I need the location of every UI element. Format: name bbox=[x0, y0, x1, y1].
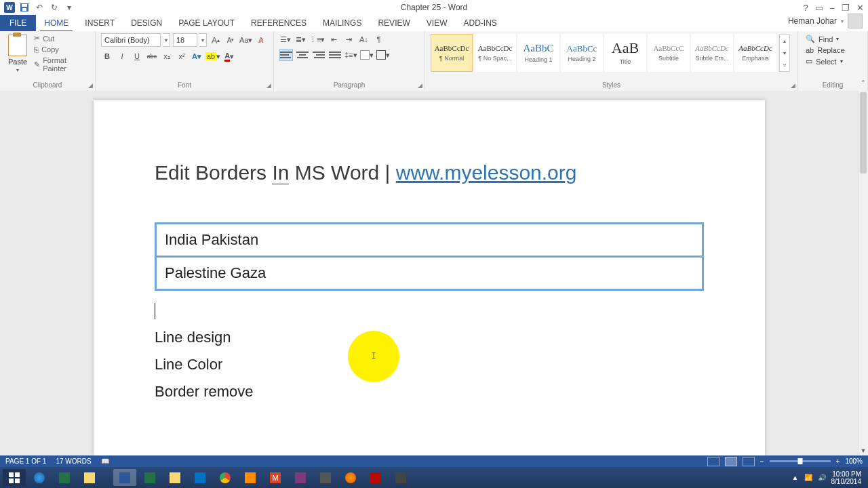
styles-gallery[interactable]: AaBbCcDc¶ NormalAaBbCcDc¶ No Spac...AaBb… bbox=[431, 33, 776, 73]
italic-button[interactable]: I bbox=[116, 50, 128, 62]
align-right-button[interactable] bbox=[312, 49, 326, 61]
body-line[interactable]: Line design bbox=[155, 329, 704, 346]
styles-more-button[interactable]: ▴▾▿ bbox=[779, 34, 790, 72]
redo-icon[interactable]: ↻ bbox=[49, 2, 60, 13]
shrink-font-button[interactable]: A▾ bbox=[224, 34, 237, 46]
paste-button[interactable]: Paste ▾ bbox=[5, 33, 30, 75]
zoom-level[interactable]: 100% bbox=[845, 458, 863, 465]
[interactable]: x₂ bbox=[161, 50, 173, 62]
underline-button[interactable]: U bbox=[131, 50, 143, 62]
taskbar-excel-icon[interactable] bbox=[53, 469, 76, 486]
taskbar-chrome-icon[interactable] bbox=[214, 469, 237, 486]
bordered-line[interactable]: India Pakistan bbox=[157, 224, 702, 256]
tab-page-layout[interactable]: PAGE LAYOUT bbox=[170, 15, 243, 31]
tray-up-icon[interactable]: ▲ bbox=[792, 474, 799, 481]
zoom-slider[interactable] bbox=[770, 460, 831, 462]
bold-button[interactable]: B bbox=[101, 50, 113, 62]
taskbar-media-icon[interactable] bbox=[239, 469, 262, 486]
status-page[interactable]: PAGE 1 OF 1 bbox=[5, 458, 46, 465]
zoom-out-button[interactable]: − bbox=[760, 458, 764, 465]
font-color-button[interactable]: A▾ bbox=[223, 50, 235, 62]
bordered-line[interactable]: Palestine Gaza bbox=[157, 256, 702, 289]
tab-mailings[interactable]: MAILINGS bbox=[315, 15, 370, 31]
undo-icon[interactable]: ↶ bbox=[34, 2, 45, 13]
tab-add-ins[interactable]: ADD-INS bbox=[455, 15, 505, 31]
tab-design[interactable]: DESIGN bbox=[123, 15, 170, 31]
scroll-down-icon[interactable]: ▼ bbox=[859, 446, 868, 455]
account-area[interactable]: Heman Johar ▾ bbox=[783, 11, 868, 31]
format-painter-button[interactable]: ✎Format Painter bbox=[33, 56, 90, 73]
page[interactable]: Edit Borders In MS Word | www.myelesson.… bbox=[94, 100, 765, 455]
view-web-button[interactable] bbox=[743, 457, 755, 466]
tab-insert[interactable]: INSERT bbox=[77, 15, 123, 31]
start-button[interactable] bbox=[3, 469, 26, 486]
find-button[interactable]: 🔍Find▾ bbox=[804, 33, 862, 45]
select-button[interactable]: ▭Select▾ bbox=[804, 56, 862, 67]
taskbar-outlook-icon[interactable] bbox=[189, 469, 212, 486]
style-item[interactable]: AaBbCHeading 1 bbox=[517, 34, 559, 72]
taskbar-onenote-icon[interactable] bbox=[289, 469, 312, 486]
font-size-input[interactable]: 18 bbox=[173, 33, 197, 47]
collapse-ribbon-icon[interactable]: ˄ bbox=[861, 79, 865, 88]
borders-button[interactable]: ▾ bbox=[376, 49, 390, 61]
tab-view[interactable]: VIEW bbox=[418, 15, 456, 31]
clear-formatting-button[interactable]: A̷ bbox=[255, 34, 267, 46]
text-effects-button[interactable]: A▾ bbox=[191, 50, 203, 62]
style-item[interactable]: AaBTitle bbox=[604, 34, 646, 72]
decrease-indent-button[interactable]: ⇤ bbox=[328, 33, 340, 45]
style-item[interactable]: AaBbCcHeading 2 bbox=[561, 34, 603, 72]
tab-home[interactable]: HOME bbox=[36, 15, 77, 31]
dialog-launcher-icon[interactable]: ◢ bbox=[267, 82, 271, 89]
justify-button[interactable] bbox=[328, 49, 342, 61]
tab-review[interactable]: REVIEW bbox=[370, 15, 418, 31]
shading-button[interactable]: ▾ bbox=[360, 49, 374, 61]
tray-volume-icon[interactable]: 🔊 bbox=[818, 474, 826, 481]
align-center-button[interactable] bbox=[296, 49, 309, 61]
superscript-button[interactable]: x² bbox=[176, 50, 188, 62]
tab-references[interactable]: REFERENCES bbox=[243, 15, 315, 31]
font-name-input[interactable]: Calibri (Body) bbox=[101, 33, 161, 47]
dialog-launcher-icon[interactable]: ◢ bbox=[418, 82, 422, 89]
show-marks-button[interactable]: ¶ bbox=[372, 33, 384, 45]
taskbar-word-icon[interactable] bbox=[113, 469, 136, 486]
status-proof-icon[interactable]: 📖 bbox=[101, 458, 109, 465]
font-size-dropdown-icon[interactable]: ▾ bbox=[199, 33, 207, 47]
heading-link[interactable]: www.myelesson.org bbox=[396, 161, 577, 184]
view-read-button[interactable] bbox=[707, 457, 719, 466]
dialog-launcher-icon[interactable]: ◢ bbox=[88, 82, 93, 89]
copy-button[interactable]: ⎘Copy bbox=[33, 45, 90, 54]
style-item[interactable]: AaBbCcDc¶ Normal bbox=[431, 34, 473, 72]
style-item[interactable]: AaBbCcDcEmphasis bbox=[734, 34, 776, 72]
taskbar-app-icon[interactable] bbox=[314, 469, 337, 486]
taskbar-misc-icon[interactable] bbox=[389, 469, 412, 486]
align-left-button[interactable] bbox=[279, 49, 293, 61]
dialog-launcher-icon[interactable]: ◢ bbox=[791, 82, 795, 89]
tray-network-icon[interactable]: 📶 bbox=[804, 474, 812, 481]
style-item[interactable]: AaBbCcCSubtitle bbox=[648, 34, 690, 72]
taskbar-explorer-icon[interactable] bbox=[78, 469, 101, 486]
cursor-line[interactable] bbox=[155, 302, 704, 319]
bullets-button[interactable]: ☰▾ bbox=[279, 33, 292, 45]
taskbar-excel2-icon[interactable] bbox=[138, 469, 161, 486]
scroll-thumb[interactable] bbox=[860, 92, 867, 174]
line-spacing-button[interactable]: ‡≡▾ bbox=[344, 49, 357, 61]
view-print-button[interactable] bbox=[725, 457, 737, 466]
tab-file[interactable]: FILE bbox=[0, 15, 36, 31]
style-item[interactable]: AaBbCcDc¶ No Spac... bbox=[474, 34, 516, 72]
taskbar-acrobat-icon[interactable] bbox=[364, 469, 387, 486]
qat-customize-icon[interactable]: ▾ bbox=[64, 2, 75, 13]
numbering-button[interactable]: ≣▾ bbox=[294, 33, 307, 45]
highlight-button[interactable]: ab▾ bbox=[205, 50, 220, 62]
strike-button[interactable]: abc bbox=[146, 50, 158, 62]
taskbar-folder-icon[interactable] bbox=[163, 469, 186, 486]
zoom-in-button[interactable]: + bbox=[836, 458, 840, 465]
cut-button[interactable]: ✂Cut bbox=[33, 33, 90, 43]
body-line[interactable]: Line Color bbox=[155, 356, 704, 373]
vertical-scrollbar[interactable]: ▲ ▼ bbox=[858, 91, 868, 455]
multilevel-button[interactable]: ⋮≡▾ bbox=[309, 33, 325, 45]
save-icon[interactable] bbox=[19, 2, 30, 13]
taskbar-ie-icon[interactable] bbox=[28, 469, 51, 486]
sort-button[interactable]: A↓ bbox=[357, 33, 370, 45]
style-item[interactable]: AaBbCcDcSubtle Em... bbox=[691, 34, 733, 72]
grow-font-button[interactable]: A▴ bbox=[210, 34, 222, 46]
